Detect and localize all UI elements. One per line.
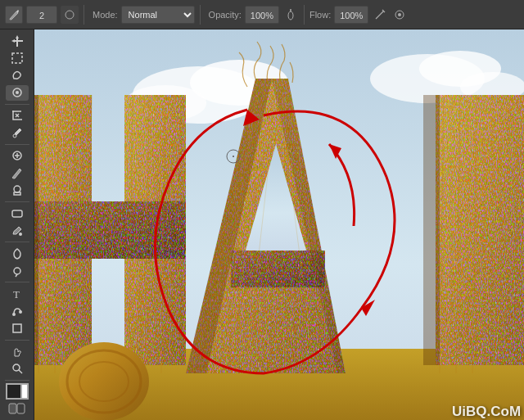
brush-size-box[interactable]: 2 — [26, 6, 57, 24]
flow-label: Flow: — [309, 10, 331, 20]
eyedropper-tool[interactable] — [6, 125, 29, 141]
opacity-label: Opacity: — [209, 10, 242, 20]
hand-tool[interactable] — [6, 343, 29, 359]
svg-point-9 — [16, 91, 19, 94]
tool-separator-2 — [5, 144, 29, 145]
top-toolbar: 2 Mode: Normal DissolveMultiplyScreen Ov… — [0, 0, 524, 29]
svg-rect-47 — [231, 251, 325, 287]
tool-separator-7 — [5, 380, 29, 381]
shape-tool[interactable] — [6, 320, 29, 336]
svg-point-10 — [13, 134, 16, 138]
paint-bucket-tool[interactable] — [6, 223, 29, 238]
svg-point-22 — [19, 310, 22, 314]
stamp-tool[interactable] — [6, 183, 29, 198]
dodge-tool[interactable] — [6, 263, 29, 278]
blur-tool[interactable] — [6, 246, 29, 261]
brush-tool-icon[interactable] — [5, 6, 23, 24]
opacity-value[interactable]: 100% — [245, 6, 279, 24]
separator-3 — [304, 5, 305, 25]
lasso-tool[interactable] — [6, 67, 29, 83]
svg-rect-15 — [14, 192, 20, 195]
svg-point-17 — [19, 233, 22, 236]
svg-point-0 — [66, 11, 74, 19]
scene-canvas: UiBQ.CoM — [34, 29, 524, 420]
svg-rect-26 — [9, 404, 16, 413]
svg-point-65 — [233, 156, 234, 157]
svg-rect-39 — [34, 95, 38, 365]
pen-path-tool[interactable] — [6, 303, 29, 318]
svg-line-25 — [19, 370, 22, 373]
svg-point-1 — [288, 11, 293, 20]
healing-brush-tool[interactable] — [6, 148, 29, 164]
crop-tool[interactable] — [6, 108, 29, 124]
text-tool[interactable]: T — [6, 286, 29, 301]
svg-rect-53 — [436, 95, 524, 365]
quick-select-tool[interactable] — [6, 85, 29, 101]
tool-separator-1 — [5, 104, 29, 105]
tool-separator-5 — [5, 282, 29, 282]
watermark-text: UiBQ.CoM — [452, 404, 521, 419]
quick-mask-icon[interactable] — [6, 401, 29, 417]
svg-point-4 — [398, 13, 401, 16]
tool-separator-3 — [5, 201, 29, 202]
eraser-tool[interactable] — [6, 205, 29, 221]
brush-tool[interactable] — [6, 165, 29, 181]
foreground-color-swatch[interactable] — [6, 383, 22, 400]
svg-rect-23 — [13, 324, 21, 332]
canvas-area: UiBQ.CoM — [34, 29, 524, 420]
color-swatch[interactable] — [6, 383, 29, 399]
left-toolbar: T — [0, 29, 34, 420]
pen-icon[interactable] — [372, 7, 388, 23]
brush-preview-icon[interactable] — [61, 6, 79, 24]
svg-rect-54 — [423, 95, 440, 365]
svg-point-18 — [14, 268, 20, 274]
airbrush-icon[interactable] — [282, 7, 299, 23]
svg-rect-27 — [17, 404, 25, 413]
move-tool[interactable] — [6, 33, 29, 48]
mode-select[interactable]: Normal DissolveMultiplyScreen OverlaySof… — [121, 6, 195, 24]
svg-point-24 — [13, 364, 20, 371]
mode-label: Mode: — [93, 10, 118, 20]
zoom-tool[interactable] — [6, 361, 29, 377]
svg-line-19 — [16, 274, 17, 277]
marquee-tool[interactable] — [6, 50, 29, 65]
svg-point-21 — [12, 313, 16, 316]
tablet-icon[interactable] — [391, 7, 408, 23]
svg-text:T: T — [13, 288, 20, 300]
svg-rect-7 — [12, 53, 22, 63]
flow-value[interactable]: 100% — [334, 6, 368, 24]
tool-separator-4 — [5, 242, 29, 242]
svg-rect-16 — [12, 210, 22, 217]
tool-separator-6 — [5, 340, 29, 341]
svg-point-14 — [14, 186, 20, 192]
svg-point-58 — [59, 342, 149, 420]
separator-2 — [200, 5, 201, 25]
separator-1 — [84, 5, 84, 25]
